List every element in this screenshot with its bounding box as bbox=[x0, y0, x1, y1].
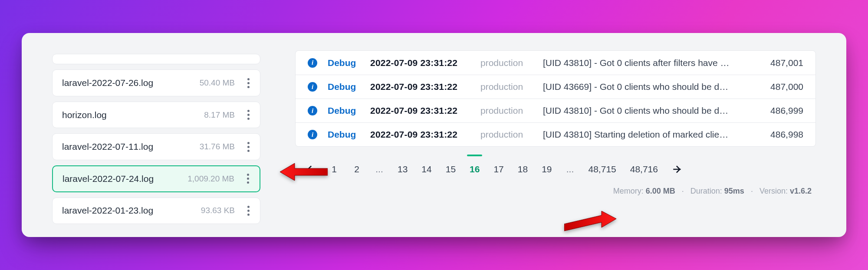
log-env: production bbox=[480, 58, 533, 68]
info-icon: i bbox=[308, 58, 317, 68]
file-row[interactable]: horizon.log8.17 MB bbox=[52, 102, 260, 128]
app-inner: laravel-2022-07-26.log50.40 MBhorizon.lo… bbox=[22, 33, 846, 237]
footer-stats: Memory: 6.00 MB · Duration: 95ms · Versi… bbox=[295, 187, 816, 196]
pager-page[interactable]: 17 bbox=[488, 159, 509, 180]
log-lineno: 487,001 bbox=[756, 58, 803, 68]
pager-page[interactable]: 13 bbox=[392, 159, 413, 180]
file-row[interactable]: laravel-2022-07-24.log1,009.20 MB bbox=[52, 165, 260, 192]
separator-dot: · bbox=[682, 187, 684, 195]
log-lineno: 486,998 bbox=[756, 129, 803, 140]
log-row[interactable]: iDebug2022-07-09 23:31:22production[UID … bbox=[296, 99, 815, 122]
pager-page[interactable]: 48,716 bbox=[625, 159, 663, 180]
version-value: v1.6.2 bbox=[790, 187, 812, 195]
kebab-icon[interactable] bbox=[242, 171, 253, 187]
log-level: Debug bbox=[328, 82, 360, 92]
log-env: production bbox=[480, 105, 533, 116]
log-message: [UID 43810] - Got 0 clients after filter… bbox=[543, 58, 745, 68]
pager-page[interactable]: 14 bbox=[416, 159, 437, 180]
log-table: iDebug2022-07-09 23:31:22production[UID … bbox=[295, 50, 816, 147]
pager-ellipsis: ... bbox=[561, 159, 580, 180]
app-card: laravel-2022-07-26.log50.40 MBhorizon.lo… bbox=[22, 33, 846, 237]
log-message: [UID 43810] Starting deletion of marked … bbox=[543, 129, 745, 140]
main-panel: iDebug2022-07-09 23:31:22production[UID … bbox=[295, 50, 816, 224]
log-row[interactable]: iDebug2022-07-09 23:31:22production[UID … bbox=[296, 122, 815, 146]
file-name: laravel-2022-07-26.log bbox=[62, 78, 200, 88]
file-row[interactable]: laravel-2022-07-11.log31.76 MB bbox=[52, 133, 260, 160]
file-sidebar: laravel-2022-07-26.log50.40 MBhorizon.lo… bbox=[52, 50, 260, 224]
log-timestamp: 2022-07-09 23:31:22 bbox=[370, 58, 470, 68]
info-icon: i bbox=[308, 130, 317, 139]
kebab-icon[interactable] bbox=[243, 75, 254, 91]
file-name: laravel-2022-01-23.log bbox=[62, 205, 201, 216]
kebab-icon[interactable] bbox=[243, 139, 254, 155]
pager-page[interactable]: 1 bbox=[325, 159, 344, 180]
file-size: 31.76 MB bbox=[200, 142, 235, 151]
log-message: [UID 43810] - Got 0 clients who should b… bbox=[543, 105, 745, 116]
pager-page[interactable]: 2 bbox=[347, 159, 366, 180]
file-row[interactable]: laravel-2022-07-26.log50.40 MB bbox=[52, 69, 260, 96]
memory-value: 6.00 MB bbox=[646, 187, 675, 195]
duration-label: Duration: bbox=[690, 187, 724, 195]
separator-dot: · bbox=[751, 187, 753, 195]
log-timestamp: 2022-07-09 23:31:22 bbox=[370, 105, 470, 116]
pager-page[interactable]: 16 bbox=[464, 159, 485, 180]
pager-page[interactable]: 48,715 bbox=[583, 159, 621, 180]
kebab-icon[interactable] bbox=[243, 203, 254, 218]
memory-label: Memory: bbox=[613, 187, 646, 195]
duration-value: 95ms bbox=[724, 187, 744, 195]
file-row-placeholder bbox=[52, 54, 260, 64]
file-size: 93.63 KB bbox=[201, 206, 235, 215]
info-icon: i bbox=[308, 106, 317, 115]
file-name: laravel-2022-07-24.log bbox=[62, 174, 187, 184]
log-env: production bbox=[480, 129, 533, 140]
pager-next[interactable] bbox=[667, 159, 688, 180]
file-size: 1,009.20 MB bbox=[187, 174, 234, 184]
pager-ellipsis: ... bbox=[370, 159, 389, 180]
pager-prev[interactable] bbox=[299, 159, 321, 180]
pager-page[interactable]: 15 bbox=[441, 159, 461, 180]
file-name: horizon.log bbox=[62, 110, 204, 120]
version-label: Version: bbox=[760, 187, 790, 195]
file-row[interactable]: laravel-2022-01-23.log93.63 KB bbox=[52, 198, 260, 224]
pagination: 12...13141516171819...48,71548,716 bbox=[295, 159, 816, 180]
log-row[interactable]: iDebug2022-07-09 23:31:22production[UID … bbox=[296, 51, 815, 75]
kebab-icon[interactable] bbox=[243, 107, 254, 123]
log-timestamp: 2022-07-09 23:31:22 bbox=[370, 82, 470, 92]
log-message: [UID 43669] - Got 0 clients who should b… bbox=[543, 82, 745, 92]
log-level: Debug bbox=[328, 129, 360, 140]
info-icon: i bbox=[308, 82, 317, 92]
file-size: 50.40 MB bbox=[200, 78, 235, 88]
log-lineno: 486,999 bbox=[756, 105, 803, 116]
log-timestamp: 2022-07-09 23:31:22 bbox=[370, 129, 470, 140]
log-level: Debug bbox=[328, 58, 360, 68]
pager-page[interactable]: 19 bbox=[536, 159, 557, 180]
file-name: laravel-2022-07-11.log bbox=[62, 142, 200, 152]
log-lineno: 487,000 bbox=[756, 82, 803, 92]
log-row[interactable]: iDebug2022-07-09 23:31:22production[UID … bbox=[296, 75, 815, 99]
log-env: production bbox=[480, 82, 533, 92]
pager-page[interactable]: 18 bbox=[513, 159, 533, 180]
file-size: 8.17 MB bbox=[204, 110, 235, 120]
log-level: Debug bbox=[328, 105, 360, 116]
